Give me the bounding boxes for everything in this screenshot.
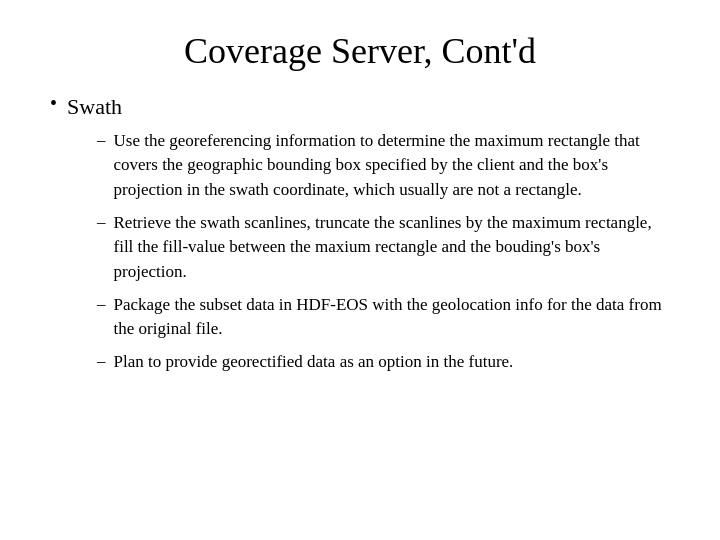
sub-text-4: Plan to provide georectified data as an … (114, 350, 514, 375)
slide: Coverage Server, Cont'd • Swath – Use th… (0, 0, 720, 540)
sub-dash-2: – (97, 212, 106, 232)
sub-item-3: – Package the subset data in HDF-EOS wit… (97, 293, 670, 342)
slide-title: Coverage Server, Cont'd (50, 30, 670, 72)
sub-item-2: – Retrieve the swath scanlines, truncate… (97, 211, 670, 285)
sub-text-3: Package the subset data in HDF-EOS with … (114, 293, 670, 342)
sub-dash-1: – (97, 130, 106, 150)
sub-dash-3: – (97, 294, 106, 314)
slide-content: • Swath – Use the georeferencing informa… (50, 92, 670, 381)
sub-text-2: Retrieve the swath scanlines, truncate t… (114, 211, 670, 285)
sub-item-1: – Use the georeferencing information to … (97, 129, 670, 203)
bullet-symbol: • (50, 92, 57, 115)
bullet-item-swath: • Swath – Use the georeferencing informa… (50, 92, 670, 375)
sub-items-list: – Use the georeferencing information to … (97, 129, 670, 375)
bullet-label-swath: Swath (67, 94, 122, 119)
sub-dash-4: – (97, 351, 106, 371)
sub-item-4: – Plan to provide georectified data as a… (97, 350, 670, 375)
sub-text-1: Use the georeferencing information to de… (114, 129, 670, 203)
